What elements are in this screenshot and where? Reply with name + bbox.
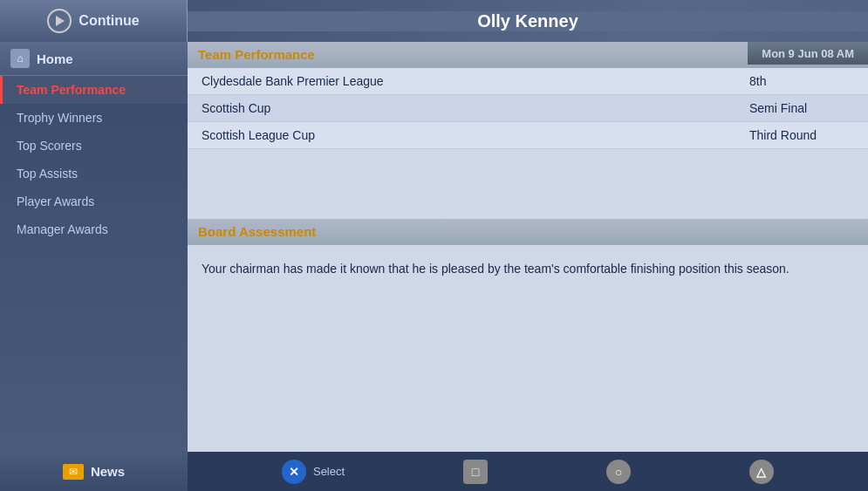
- table-row: Scottish Cup Semi Final: [188, 95, 868, 122]
- table-row: Clydesdale Bank Premier League 8th: [188, 68, 868, 95]
- bottom-controls: ✕ Select □ ○ △: [188, 452, 868, 491]
- continue-label: Continue: [79, 13, 139, 29]
- square-icon: □: [463, 460, 488, 484]
- perf-league-cup-name: Scottish League Cup: [202, 128, 749, 142]
- sidebar-item-team-performance[interactable]: Team Performance: [0, 76, 188, 104]
- board-assessment-text: Your chairman has made it known that he …: [188, 245, 868, 292]
- x-label: Select: [313, 465, 345, 478]
- home-label: Home: [37, 51, 73, 66]
- x-icon: ✕: [282, 460, 306, 484]
- header-title-area: Olly Kenney: [188, 11, 868, 31]
- sidebar-item-top-assists[interactable]: Top Assists: [0, 160, 188, 188]
- board-assessment-title: Board Assessment: [198, 224, 316, 239]
- perf-league-value: 8th: [749, 74, 854, 88]
- team-performance-title: Team Performance: [198, 47, 315, 62]
- square-button[interactable]: □: [463, 460, 488, 484]
- triangle-icon: △: [749, 460, 774, 484]
- sidebar-item-player-awards[interactable]: Player Awards: [0, 188, 188, 215]
- circle-icon: ○: [606, 460, 631, 484]
- continue-button[interactable]: Continue: [0, 0, 188, 42]
- top-header: Continue Olly Kenney: [0, 0, 868, 42]
- sidebar-item-home[interactable]: ⌂ Home: [0, 42, 188, 75]
- performance-table: Clydesdale Bank Premier League 8th Scott…: [188, 68, 868, 149]
- date-bar: Mon 9 Jun 08 AM: [748, 42, 868, 65]
- bottom-bar: ✉ News ✕ Select □ ○ △: [0, 452, 868, 491]
- perf-league-cup-value: Third Round: [749, 128, 854, 142]
- board-assessment-header: Board Assessment: [188, 219, 868, 245]
- table-row: Scottish League Cup Third Round: [188, 122, 868, 149]
- news-section[interactable]: ✉ News: [0, 452, 188, 491]
- news-icon: ✉: [63, 464, 84, 480]
- x-button[interactable]: ✕ Select: [282, 460, 345, 484]
- main-content: Team Performance Clydesdale Bank Premier…: [188, 42, 868, 452]
- sidebar-item-top-scorers[interactable]: Top Scorers: [0, 132, 188, 160]
- home-icon: ⌂: [10, 49, 30, 68]
- perf-league-name: Clydesdale Bank Premier League: [202, 74, 749, 88]
- circle-button[interactable]: ○: [606, 460, 631, 484]
- perf-cup-name: Scottish Cup: [202, 101, 749, 115]
- sidebar: ⌂ Home Team Performance Trophy Winners T…: [0, 42, 188, 452]
- news-label: News: [91, 464, 125, 479]
- perf-cup-value: Semi Final: [749, 101, 854, 115]
- date-text: Mon 9 Jun 08 AM: [762, 47, 854, 60]
- triangle-button[interactable]: △: [749, 460, 774, 484]
- continue-icon: [47, 9, 72, 33]
- sidebar-item-trophy-winners[interactable]: Trophy Winners: [0, 104, 188, 132]
- player-name: Olly Kenney: [477, 11, 578, 31]
- spacer-rows: [188, 149, 868, 219]
- sidebar-item-manager-awards[interactable]: Manager Awards: [0, 215, 188, 243]
